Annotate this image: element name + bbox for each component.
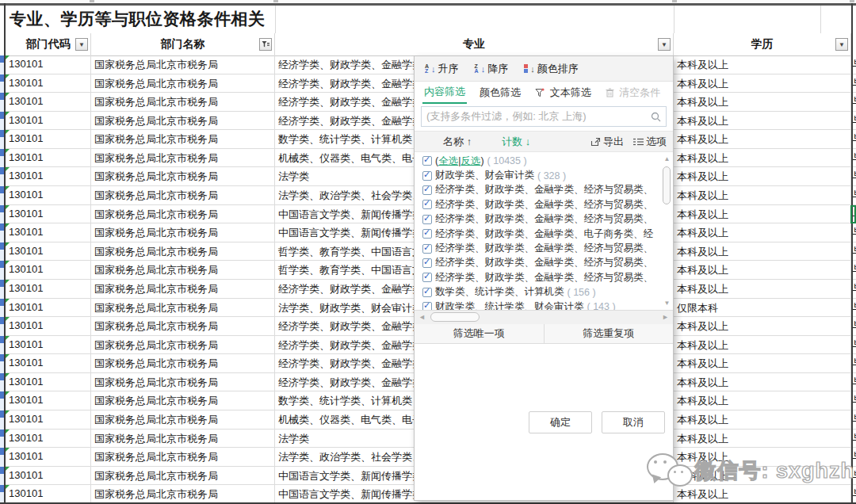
filter-list-item[interactable]: ✓财政学类、统计学类、财会审计类( 143 ) (415, 300, 673, 310)
cell-dept-name: 国家税务总局北京市税务局 (91, 74, 275, 93)
sheet-title: 专业、学历等与职位资格条件相关 (10, 8, 266, 30)
checkbox-checked[interactable]: ✓ (422, 302, 432, 310)
scroll-left-arrow[interactable]: ◄ (418, 313, 426, 321)
cell-education: 本科及以上 (674, 373, 851, 391)
filter-dropdown-button[interactable]: ▼ (75, 38, 88, 51)
filter-item-label: 财政学类、财会审计类 (435, 169, 534, 182)
arrow-down-icon: ↓ (530, 64, 535, 74)
note-triangle-icon (6, 336, 10, 340)
checkbox-checked[interactable]: ✓ (422, 244, 432, 254)
ok-button[interactable]: 确定 (529, 411, 592, 433)
filter-list-item[interactable]: ✓经济学类、财政学类、金融学类、经济与贸易类、 (415, 270, 673, 284)
cell-dept-name: 国家税务总局北京市税务局 (91, 280, 275, 298)
select-all-row: ✓(全选|反选)( 10435 ) (415, 154, 673, 168)
filter-list-item[interactable]: ✓经济学类、财政学类、金融学类、经济与贸易类、 (415, 256, 673, 270)
cell-dept-name: 国家税务总局北京市税务局 (91, 186, 275, 204)
cell-dept-name: 国家税务总局北京市税务局 (91, 149, 275, 167)
invert-selection-link[interactable]: 反选 (460, 155, 480, 168)
cell-dept-code: 130101 (6, 205, 91, 223)
filter-unique-button[interactable]: 筛选唯一项 (415, 324, 544, 343)
cell-dept-name: 国家税务总局北京市税务局 (91, 223, 275, 242)
scroll-right-arrow[interactable]: ► (662, 313, 669, 321)
filter-list-item[interactable]: ✓经济学类、财政学类、金融学类、经济与贸易类、 (415, 212, 673, 227)
cell-dept-name: 国家税务总局北京市税务局 (91, 467, 275, 485)
clear-conditions-button[interactable]: 清空条件 (604, 82, 663, 103)
filter-item-list: ▲ ▼ ✓(全选|反选)( 10435 )✓财政学类、财会审计类( 328 )✓… (415, 152, 673, 310)
checkbox-checked[interactable]: ✓ (422, 200, 432, 209)
cell-dept-code: 130101 (6, 280, 91, 298)
sort-by-name-button[interactable]: 名称 ↑ (443, 135, 472, 149)
note-triangle-icon (6, 112, 10, 116)
filter-search-input[interactable]: (支持多条件过滤，例如: 北京 上海) (421, 106, 667, 127)
checkbox-checked[interactable]: ✓ (422, 171, 432, 181)
filter-list-item[interactable]: ✓财政学类、财会审计类( 328 ) (415, 168, 673, 182)
select-all-link[interactable]: 全选 (438, 155, 458, 168)
filter-funnel-button[interactable] (259, 38, 272, 51)
panel-footer: 确定 取消 (415, 344, 673, 500)
cell-education: 本科及以上 (674, 261, 851, 279)
cancel-button[interactable]: 取消 (602, 411, 665, 433)
color-sort-button[interactable]: ↓ 颜色排序 (524, 62, 579, 76)
tab-content-filter[interactable]: 内容筛选 (422, 82, 467, 104)
cell-education: 本科及以上 (674, 280, 851, 298)
cell-dept-code: 130101 (6, 223, 91, 242)
note-triangle-icon (6, 186, 10, 190)
note-triangle-icon (6, 410, 10, 414)
cell-education: 本科及以上 (674, 223, 851, 242)
cell-education: 本科及以上 (674, 55, 851, 74)
filter-dropdown-button[interactable]: ▼ (658, 38, 671, 51)
checkbox-checked[interactable]: ✓ (422, 185, 432, 195)
horizontal-scrollbar[interactable]: ◄ ► (415, 310, 673, 324)
filter-item-label: 经济学类、财政学类、金融学类、经济与贸易类、 (435, 271, 653, 284)
note-triangle-icon (6, 373, 10, 377)
checkbox-checked[interactable]: ✓ (422, 288, 432, 297)
checkbox-checked[interactable]: ✓ (422, 273, 432, 282)
cell-dept-code: 130101 (6, 167, 91, 185)
tab-text-filter[interactable]: 文本筛选 (533, 82, 593, 103)
cell-dept-name: 国家税务总局北京市税务局 (91, 410, 275, 429)
checkbox-checked[interactable]: ✓ (422, 156, 432, 166)
sort-descending-label: 降序 (487, 62, 508, 76)
note-triangle-icon (6, 430, 10, 433)
checkbox-checked[interactable]: ✓ (422, 258, 432, 268)
filter-list-item[interactable]: ✓经济学类、财政学类、金融学类、经济与贸易类、 (415, 183, 673, 197)
tab-color-filter[interactable]: 颜色筛选 (478, 82, 522, 103)
sort-bar: AZ ↓ 升序 ZA ↓ 降序 ↓ 颜色排序 (415, 56, 673, 82)
filter-list-item[interactable]: ✓经济学类、财政学类、金融学类、经济与贸易类、 (415, 241, 673, 255)
filter-list-item[interactable]: ✓经济学类、财政学类、金融学类、经济与贸易类、 (415, 197, 673, 212)
filter-duplicates-button[interactable]: 筛选重复项 (544, 324, 674, 343)
column-tick (273, 0, 278, 2)
search-placeholder: (支持多条件过滤，例如: 北京 上海) (426, 109, 651, 124)
cell-dept-name: 国家税务总局北京市税务局 (91, 261, 275, 279)
cell-dept-code: 130101 (6, 317, 91, 335)
note-triangle-icon (6, 317, 10, 321)
filter-list-item[interactable]: ✓数学类、统计学类、计算机类( 156 ) (415, 285, 673, 300)
filter-list-item[interactable]: ✓经济学类、财政学类、金融学类、电子商务类、经 (415, 227, 673, 241)
cell-education: 本科及以上 (674, 186, 851, 204)
arrow-down-icon: ↓ (481, 64, 486, 74)
column-tick (672, 0, 677, 2)
export-label: 导出 (603, 135, 624, 149)
checkbox-checked[interactable]: ✓ (422, 215, 432, 224)
checkbox-checked[interactable]: ✓ (422, 229, 432, 239)
options-icon (633, 138, 644, 146)
cell-education: 本科及以上 (674, 485, 851, 503)
note-triangle-icon (6, 485, 10, 489)
scrollbar-thumb[interactable] (430, 312, 480, 322)
export-button[interactable]: 导出 (590, 135, 624, 149)
filter-dropdown-button[interactable]: ▼ (835, 38, 848, 51)
cell-dept-name: 国家税务总局北京市税务局 (91, 93, 275, 111)
options-button[interactable]: 选项 (633, 135, 667, 149)
arrow-down-icon: ↓ (525, 136, 531, 147)
sort-ascending-button[interactable]: AZ ↓ 升序 (425, 62, 459, 76)
sort-descending-button[interactable]: ZA ↓ 降序 (475, 62, 509, 76)
sort-by-count-button[interactable]: 计数 ↓ (502, 135, 530, 149)
header-label: 部门名称 (161, 37, 205, 52)
cell-education: 本科及以上 (674, 205, 851, 223)
cell-dept-name: 国家税务总局北京市税务局 (91, 485, 275, 503)
filter-item-label: 经济学类、财政学类、金融学类、经济与贸易类、 (435, 242, 653, 255)
arrow-up-icon: ↑ (467, 136, 472, 147)
trash-icon (606, 88, 614, 97)
cell-dept-code: 130101 (6, 186, 91, 204)
sort-za-icon: ZA (475, 64, 479, 74)
